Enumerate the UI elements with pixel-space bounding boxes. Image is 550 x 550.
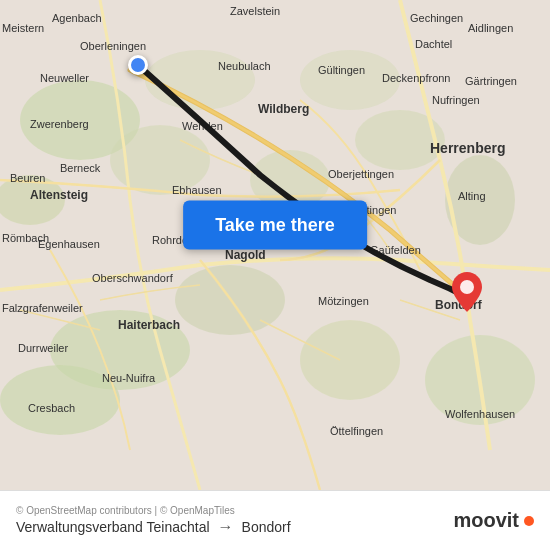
- footer: © OpenStreetMap contributors | © OpenMap…: [0, 490, 550, 550]
- moovit-wordmark: moovit: [453, 509, 519, 532]
- svg-point-12: [300, 50, 400, 110]
- svg-point-14: [460, 280, 474, 294]
- map-container: Meistern Agenbach Zavelstein Gechingen O…: [0, 0, 550, 490]
- footer-route: Verwaltungsverband Teinachtal → Bondorf: [16, 518, 291, 536]
- svg-point-11: [145, 50, 255, 110]
- destination-marker: [452, 272, 482, 316]
- map-attribution: © OpenStreetMap contributors | © OpenMap…: [16, 505, 291, 516]
- route-arrow: →: [218, 518, 234, 536]
- footer-left: © OpenStreetMap contributors | © OpenMap…: [16, 505, 291, 536]
- svg-point-9: [300, 320, 400, 400]
- moovit-logo: moovit: [453, 509, 534, 532]
- take-me-there-button[interactable]: Take me there: [183, 201, 367, 250]
- moovit-dot: [524, 516, 534, 526]
- route-destination: Bondorf: [242, 519, 291, 535]
- origin-marker: [128, 55, 148, 75]
- route-origin: Verwaltungsverband Teinachtal: [16, 519, 210, 535]
- svg-point-10: [0, 365, 120, 435]
